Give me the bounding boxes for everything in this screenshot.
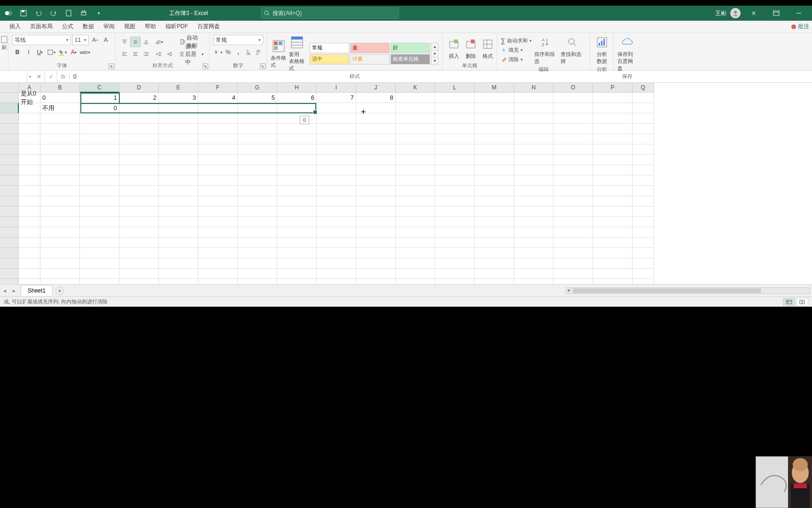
cell[interactable]: [40, 124, 80, 134]
row-header[interactable]: [0, 186, 19, 196]
cell[interactable]: [277, 279, 317, 284]
cell[interactable]: [119, 248, 159, 258]
cell[interactable]: [277, 103, 317, 113]
cell[interactable]: [356, 238, 396, 248]
cell[interactable]: [554, 258, 593, 269]
cell[interactable]: [19, 144, 40, 155]
cell[interactable]: [554, 227, 593, 238]
cell[interactable]: [554, 155, 593, 165]
cell[interactable]: [396, 113, 435, 124]
cell[interactable]: [435, 196, 475, 206]
cell[interactable]: [396, 175, 435, 186]
qat-customize-icon[interactable]: ▾: [92, 7, 105, 20]
cell[interactable]: [80, 279, 119, 284]
cell[interactable]: [277, 124, 317, 134]
row-header[interactable]: [0, 258, 19, 269]
cell[interactable]: [198, 186, 238, 196]
mode-switch-icon[interactable]: [744, 7, 763, 20]
align-bottom-button[interactable]: [141, 37, 151, 47]
cell[interactable]: 0: [80, 103, 119, 113]
cell[interactable]: [396, 258, 435, 269]
cell[interactable]: [198, 279, 238, 284]
cell[interactable]: [514, 217, 554, 227]
sheet-nav-prev-icon[interactable]: ◂: [3, 287, 6, 294]
cell[interactable]: [632, 196, 654, 206]
cell[interactable]: [159, 186, 198, 196]
cell[interactable]: [238, 269, 277, 279]
column-header[interactable]: P: [593, 83, 632, 93]
cell[interactable]: [632, 175, 654, 186]
cell[interactable]: [238, 113, 277, 124]
cell[interactable]: [159, 248, 198, 258]
number-dialog-launcher[interactable]: ⬊: [260, 64, 265, 69]
sheet-tab-1[interactable]: Sheet1: [21, 285, 53, 296]
row-header[interactable]: [0, 134, 19, 144]
cell[interactable]: [317, 186, 356, 196]
cell[interactable]: [435, 113, 475, 124]
cell[interactable]: [317, 134, 356, 144]
cell[interactable]: [119, 144, 159, 155]
cell[interactable]: 7: [317, 93, 356, 103]
cell[interactable]: [159, 227, 198, 238]
cell[interactable]: [198, 103, 238, 113]
column-header[interactable]: B: [40, 83, 80, 93]
cell[interactable]: [198, 124, 238, 134]
gallery-more-icon[interactable]: ▾: [431, 57, 438, 64]
cell[interactable]: [475, 206, 514, 217]
font-name-dropdown[interactable]: 等线▾: [12, 35, 71, 45]
cell[interactable]: [198, 206, 238, 217]
cell[interactable]: [475, 93, 514, 103]
find-select-button[interactable]: 查找和选择: [561, 35, 584, 65]
cell[interactable]: [198, 258, 238, 269]
font-dialog-launcher[interactable]: ⬊: [109, 64, 114, 69]
column-header[interactable]: M: [475, 83, 514, 93]
percent-button[interactable]: %: [224, 47, 233, 57]
select-all-corner[interactable]: [0, 83, 19, 93]
underline-button[interactable]: U▾: [35, 47, 45, 57]
cell[interactable]: [396, 134, 435, 144]
cell[interactable]: [356, 103, 396, 113]
paste-icon[interactable]: [1, 35, 8, 43]
cell[interactable]: 是从0开始: [19, 93, 40, 103]
cell[interactable]: [19, 279, 40, 284]
cell[interactable]: [514, 155, 554, 165]
cell[interactable]: [593, 113, 632, 124]
cell[interactable]: [80, 238, 119, 248]
cell[interactable]: [356, 175, 396, 186]
worksheet[interactable]: ABCDEFGHIJKLMNOPQ 是从0开始012345678不用0 0 +: [0, 83, 812, 284]
cell[interactable]: [40, 175, 80, 186]
tab-insert[interactable]: 插入: [5, 21, 25, 32]
cell[interactable]: [632, 144, 654, 155]
cell[interactable]: [238, 227, 277, 238]
cell[interactable]: [356, 206, 396, 217]
row-header[interactable]: [0, 248, 19, 258]
cell[interactable]: [317, 144, 356, 155]
cell[interactable]: [19, 258, 40, 269]
cell[interactable]: [40, 206, 80, 217]
cell[interactable]: [317, 165, 356, 175]
cell[interactable]: [40, 155, 80, 165]
cell[interactable]: [19, 248, 40, 258]
cell[interactable]: [356, 186, 396, 196]
column-header[interactable]: N: [514, 83, 554, 93]
cell[interactable]: [119, 269, 159, 279]
cell[interactable]: [475, 258, 514, 269]
cell[interactable]: [514, 134, 554, 144]
view-normal-button[interactable]: [783, 298, 795, 306]
merge-center-button[interactable]: 合并后居中▾: [179, 49, 205, 59]
increase-indent-button[interactable]: [164, 49, 175, 59]
cell[interactable]: [514, 238, 554, 248]
cell[interactable]: [593, 269, 632, 279]
cell[interactable]: [80, 186, 119, 196]
cell[interactable]: [593, 227, 632, 238]
cell[interactable]: [514, 269, 554, 279]
formula-input[interactable]: 0: [70, 73, 812, 80]
tab-pagelayout[interactable]: 页面布局: [25, 21, 57, 32]
align-center-button[interactable]: [130, 49, 141, 59]
column-header[interactable]: I: [317, 83, 356, 93]
cell[interactable]: [277, 217, 317, 227]
alignment-dialog-launcher[interactable]: ⬊: [203, 64, 208, 69]
cell[interactable]: [317, 269, 356, 279]
cell[interactable]: 6: [277, 93, 317, 103]
cell[interactable]: [119, 186, 159, 196]
